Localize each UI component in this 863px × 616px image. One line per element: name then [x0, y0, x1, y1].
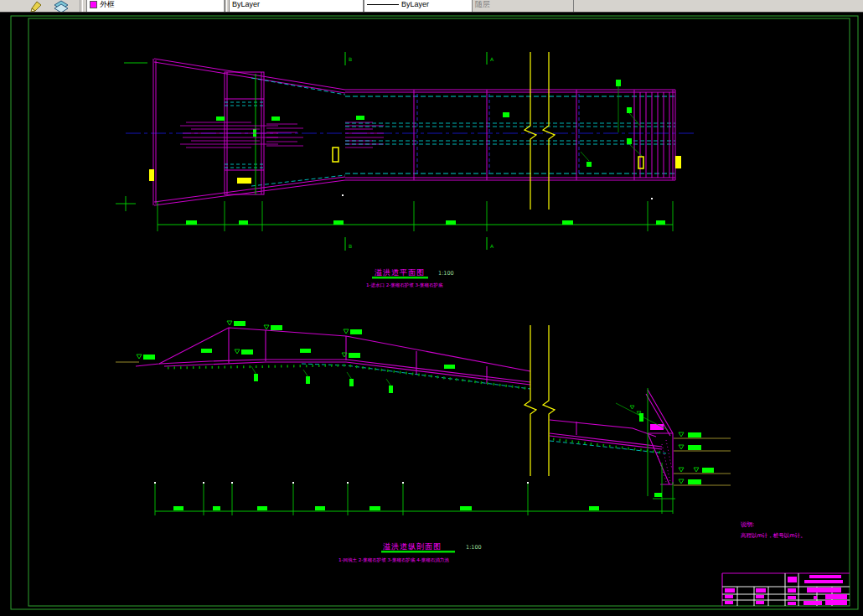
right-elevation-markers	[674, 432, 731, 485]
layer-combo[interactable]: 外框	[86, 0, 225, 13]
pencil-icon	[29, 0, 46, 13]
profile-title: 溢洪道纵剖面图	[383, 542, 442, 551]
profile-leader-labels	[251, 366, 393, 393]
profile-legend: 1-回填土 2-浆砌石护坡 3-浆砌石护底 4-浆砌石消力池	[338, 557, 449, 563]
toolbar: 外框 ByLayer ByLayer 随层	[0, 0, 863, 13]
properties-icon[interactable]	[28, 0, 49, 13]
color-combo-value: ByLayer	[232, 0, 260, 8]
plan-dimensions	[116, 63, 673, 231]
section-markers: B A B A	[345, 52, 494, 251]
application-window: { "toolbar": { "layer_name": "外框", "colo…	[0, 0, 863, 616]
plan-view: B A B A	[116, 52, 697, 251]
linetype-sample	[367, 4, 399, 5]
dimension-node-dots	[154, 482, 529, 484]
toolbar-strip: 外框 ByLayer ByLayer 随层	[0, 0, 863, 13]
profile-dimension-value-blobs	[173, 493, 662, 510]
channel	[345, 90, 675, 180]
profile-break-lines	[525, 325, 555, 476]
ground-hatch	[168, 365, 530, 389]
plan-title: 溢洪道平面图	[375, 268, 425, 277]
drawing-annotations: 溢洪道平面图 1:100 1-进水口 2-浆砌石护坡 3-浆砌石护底 溢洪道纵剖…	[338, 268, 806, 563]
section-letter-a-bottom: A	[490, 243, 494, 249]
notes-heading: 说明:	[741, 521, 754, 528]
profile-outline	[136, 328, 530, 385]
outlet-ribs	[640, 90, 675, 180]
yellow-marker-bar	[237, 178, 251, 184]
layers-icon	[53, 0, 70, 13]
profile-scale: 1:100	[466, 544, 482, 551]
profile-title-underline	[381, 551, 455, 553]
section-letter-b-bottom: B	[349, 243, 352, 249]
section-letter-a-top: A	[490, 56, 494, 62]
plan-dimension-value-blobs	[186, 220, 665, 225]
layer-color-chip	[90, 1, 97, 8]
wing-wall-hatch	[180, 122, 384, 148]
title-block-text-blobs	[725, 575, 847, 605]
lineweight-combo[interactable]: 随层	[472, 0, 574, 13]
plan-scale: 1:100	[438, 270, 454, 277]
title-block	[722, 573, 850, 606]
plan-break-lines	[525, 52, 555, 210]
toolbar-separator	[224, 0, 227, 13]
profile-dimensions	[154, 463, 675, 515]
section-letter-b-top: B	[349, 56, 352, 62]
plan-legend: 1-进水口 2-浆砌石护坡 3-浆砌石护底	[366, 282, 443, 288]
linetype-combo-value: ByLayer	[401, 0, 429, 8]
layer-combo-value: 外框	[100, 0, 115, 10]
color-combo[interactable]: ByLayer	[229, 0, 364, 13]
lineweight-combo-value: 随层	[475, 0, 490, 10]
plan-title-underline	[372, 277, 428, 279]
linetype-combo[interactable]: ByLayer	[364, 0, 473, 13]
profile-view	[116, 321, 731, 515]
elevation-flags	[116, 321, 362, 362]
toolbar-separator	[80, 0, 83, 13]
drawing-canvas[interactable]: B A B A	[0, 0, 863, 616]
yellow-marker-bars	[149, 148, 681, 181]
notes-body: 高程以m计，桩号以m计。	[741, 532, 806, 539]
sheet-frame	[11, 16, 858, 609]
layers-icon-button[interactable]	[52, 0, 72, 13]
